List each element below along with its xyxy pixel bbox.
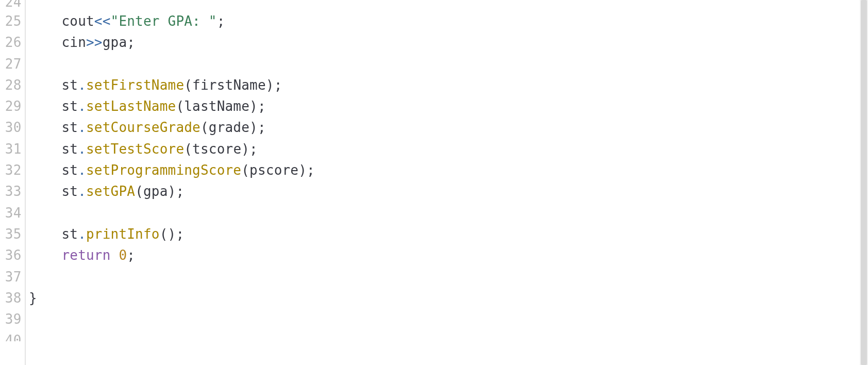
code-token: .: [78, 77, 86, 93]
code-token: (: [241, 162, 249, 178]
code-token: ;: [127, 247, 135, 263]
code-line[interactable]: cout<<"Enter GPA: ";: [26, 11, 868, 32]
code-token: ): [168, 184, 176, 199]
code-line[interactable]: }: [26, 288, 868, 309]
code-token: [29, 226, 61, 242]
code-token: [29, 247, 61, 263]
code-token: firstName: [192, 77, 266, 93]
code-token: [29, 13, 61, 29]
code-token: (: [135, 184, 143, 199]
code-token: cout: [61, 13, 94, 29]
code-token: ;: [258, 120, 266, 135]
code-token: setCourseGrade: [86, 120, 201, 135]
code-token: st: [61, 120, 78, 135]
code-token: ): [298, 162, 307, 178]
code-token: st: [61, 98, 78, 114]
code-token: st: [61, 162, 78, 178]
vertical-scrollbar[interactable]: [860, 0, 868, 365]
code-line[interactable]: st.setFirstName(firstName);: [26, 75, 868, 96]
line-number-gutter: 2425262728293031323334353637383940: [0, 0, 25, 365]
code-line[interactable]: st.setLastName(lastName);: [26, 96, 868, 117]
line-number: 25: [0, 11, 22, 32]
code-token: ;: [307, 162, 315, 178]
code-token: .: [78, 141, 86, 157]
line-number: 31: [0, 139, 22, 160]
code-token: setProgrammingScore: [86, 162, 241, 178]
code-token: [29, 120, 61, 135]
code-token: ;: [176, 226, 184, 242]
line-number: 39: [0, 309, 22, 330]
code-token: setLastName: [86, 98, 176, 114]
code-token: cin: [61, 35, 86, 50]
code-token: ): [241, 141, 249, 157]
line-number: 35: [0, 224, 22, 245]
code-token: return: [61, 247, 110, 263]
code-line[interactable]: cin>>gpa;: [26, 32, 868, 53]
code-token: printInfo: [86, 226, 160, 242]
scrollbar-thumb[interactable]: [861, 0, 867, 365]
code-token: gpa: [143, 184, 168, 199]
line-number: 29: [0, 96, 22, 117]
code-token: (: [176, 98, 184, 114]
code-token: ): [168, 226, 176, 242]
code-token: pscore: [249, 162, 298, 178]
code-token: .: [78, 162, 86, 178]
line-number: 28: [0, 75, 22, 96]
code-line[interactable]: st.setProgrammingScore(pscore);: [26, 160, 868, 181]
code-token: ;: [127, 35, 135, 50]
code-token: lastName: [184, 98, 249, 114]
code-token: ): [266, 77, 274, 93]
code-token: st: [61, 77, 78, 93]
code-token: >>: [86, 35, 103, 50]
code-token: ;: [258, 98, 266, 114]
code-editor[interactable]: 2425262728293031323334353637383940 cout<…: [0, 0, 868, 365]
code-line[interactable]: [26, 330, 868, 341]
code-token: .: [78, 120, 86, 135]
line-number: 27: [0, 54, 22, 75]
line-number: 37: [0, 267, 22, 288]
code-line[interactable]: st.setGPA(gpa);: [26, 181, 868, 202]
code-token: (: [201, 120, 209, 135]
code-token: <<: [94, 13, 111, 29]
code-token: ;: [274, 77, 282, 93]
code-token: setTestScore: [86, 141, 184, 157]
code-line[interactable]: st.setCourseGrade(grade);: [26, 117, 868, 138]
code-token: gpa: [103, 35, 127, 50]
code-line[interactable]: return 0;: [26, 245, 868, 266]
code-token: [29, 162, 61, 178]
code-token: setFirstName: [86, 77, 184, 93]
code-token: tscore: [192, 141, 241, 157]
code-token: 0: [119, 247, 127, 263]
code-token: [29, 35, 61, 50]
code-token: ): [249, 98, 258, 114]
line-number: 34: [0, 203, 22, 224]
code-line[interactable]: [26, 309, 868, 330]
line-number: 24: [0, 0, 22, 11]
code-token: st: [61, 226, 78, 242]
line-number: 40: [0, 330, 22, 341]
code-token: ;: [249, 141, 258, 157]
code-line[interactable]: [26, 267, 868, 288]
line-number: 32: [0, 160, 22, 181]
code-token: .: [78, 98, 86, 114]
code-token: [29, 184, 61, 199]
code-token: [29, 77, 61, 93]
line-number: 30: [0, 117, 22, 138]
code-token: .: [78, 226, 86, 242]
code-token: .: [78, 184, 86, 199]
code-token: (: [184, 141, 192, 157]
code-token: st: [61, 184, 78, 199]
code-token: [29, 98, 61, 114]
code-line[interactable]: [26, 54, 868, 75]
code-token: st: [61, 141, 78, 157]
code-token: grade: [209, 120, 249, 135]
code-line[interactable]: st.setTestScore(tscore);: [26, 139, 868, 160]
code-line[interactable]: [26, 0, 868, 11]
line-number: 26: [0, 32, 22, 53]
code-area[interactable]: cout<<"Enter GPA: "; cin>>gpa; st.setFir…: [26, 0, 868, 365]
code-token: setGPA: [86, 184, 135, 199]
code-token: "Enter GPA: ": [111, 13, 217, 29]
code-line[interactable]: [26, 203, 868, 224]
code-line[interactable]: st.printInfo();: [26, 224, 868, 245]
line-number: 38: [0, 288, 22, 309]
